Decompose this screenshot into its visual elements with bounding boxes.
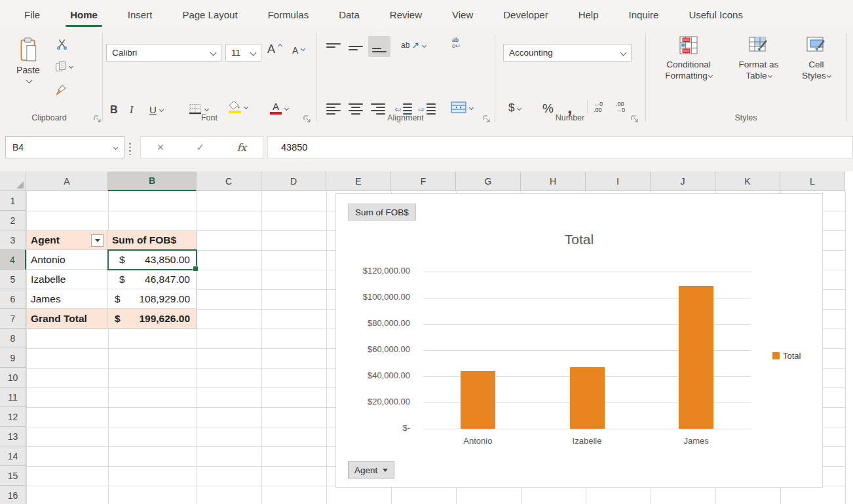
tab-useful-icons[interactable]: Useful Icons — [673, 0, 758, 29]
row-header-10[interactable]: 10 — [0, 368, 26, 387]
increase-font-size-button[interactable]: A — [267, 43, 282, 56]
alignment-dialog-launcher[interactable] — [482, 114, 491, 124]
cell-A5[interactable]: Izabelle — [26, 270, 108, 289]
column-header-G[interactable]: G — [456, 171, 521, 191]
row-header-13[interactable]: 13 — [0, 427, 26, 446]
row-header-12[interactable]: 12 — [0, 407, 26, 427]
wrap-text-button[interactable]: ab c↩ — [452, 37, 460, 49]
insert-function-button[interactable]: fx — [237, 141, 246, 154]
bottom-align-button[interactable] — [368, 36, 390, 57]
tab-formulas[interactable]: Formulas — [253, 0, 324, 29]
group-separator — [102, 33, 103, 122]
bar-Izabelle[interactable] — [570, 367, 605, 429]
row-header-1[interactable]: 1 — [0, 191, 26, 211]
row-header-8[interactable]: 8 — [0, 329, 26, 348]
column-header-H[interactable]: H — [521, 171, 586, 191]
cell-A7-grand-total[interactable]: Grand Total — [26, 309, 108, 329]
format-as-table-button[interactable]: Format as Table — [729, 36, 789, 81]
cell-B5[interactable]: $46,847.00 — [108, 270, 197, 289]
agent-filter-button[interactable] — [91, 234, 104, 247]
column-header-F[interactable]: F — [391, 171, 456, 191]
format-painter-button[interactable] — [55, 84, 67, 96]
row-header-11[interactable]: 11 — [0, 387, 26, 407]
tab-file[interactable]: File — [9, 0, 55, 29]
column-header-J[interactable]: J — [651, 171, 715, 191]
cell-B6[interactable]: $108,929.00 — [108, 289, 197, 309]
number-dialog-launcher[interactable] — [630, 114, 639, 124]
cell-B7-grand-total[interactable]: $199,626.00 — [108, 309, 197, 329]
accounting-format-button[interactable]: $ — [508, 101, 521, 115]
row-header-4[interactable]: 4 — [0, 250, 26, 270]
font-name-select[interactable]: Calibri — [106, 44, 221, 62]
cell-A6[interactable]: James — [26, 289, 108, 309]
row-header-3[interactable]: 3 — [0, 230, 26, 250]
chart-title[interactable]: Total — [336, 232, 822, 247]
cell-A4[interactable]: Antonio — [26, 250, 108, 270]
font-dialog-launcher[interactable] — [302, 114, 312, 124]
copy-icon — [55, 61, 66, 72]
formula-input[interactable]: 43850 — [267, 136, 853, 158]
column-header-A[interactable]: A — [26, 171, 108, 191]
column-header-E[interactable]: E — [326, 171, 391, 191]
tab-home[interactable]: Home — [55, 0, 113, 29]
copy-button[interactable] — [55, 61, 73, 72]
paste-dropdown-chevron[interactable] — [26, 77, 32, 84]
tab-data[interactable]: Data — [324, 0, 375, 29]
font-name-chevron — [210, 50, 217, 56]
decrease-font-size-button[interactable]: A — [292, 45, 305, 56]
cut-button[interactable] — [56, 39, 67, 50]
tab-inquire[interactable]: Inquire — [614, 0, 674, 29]
column-header-K[interactable]: K — [715, 171, 780, 191]
tab-help[interactable]: Help — [563, 0, 614, 29]
paste-button[interactable]: Paste — [9, 35, 47, 108]
tab-insert[interactable]: Insert — [113, 0, 168, 29]
decrease-decimal-button[interactable]: .00→0 — [616, 101, 625, 113]
middle-align-button[interactable] — [349, 41, 363, 53]
merge-center-button[interactable] — [451, 101, 473, 113]
enter-button[interactable]: ✓ — [196, 141, 204, 153]
row-header-16[interactable]: 16 — [0, 486, 26, 504]
column-header-C[interactable]: C — [197, 171, 261, 191]
cancel-button[interactable]: × — [157, 141, 164, 154]
cell-A3-pivot-header-agent[interactable]: Agent — [26, 230, 108, 250]
row-header-7[interactable]: 7 — [0, 309, 26, 329]
row-header-15[interactable]: 15 — [0, 466, 26, 486]
fill-color-button[interactable] — [228, 100, 248, 113]
select-all-corner[interactable] — [0, 171, 26, 191]
orientation-button[interactable]: ab ↗ — [401, 40, 426, 50]
conditional-formatting-button[interactable]: Conditional Formatting — [650, 36, 727, 81]
copy-dropdown-chevron[interactable] — [69, 64, 73, 69]
vertical-gridline — [845, 191, 846, 504]
column-header-L[interactable]: L — [780, 171, 845, 191]
row-header-6[interactable]: 6 — [0, 289, 26, 309]
number-format-select[interactable]: Accounting — [503, 44, 632, 62]
worksheet-grid[interactable]: ABCDEFGHIJKL 12345678910111213141516 Age… — [0, 171, 853, 504]
increase-decimal-button[interactable]: ←←00.00 — [594, 101, 603, 113]
name-box[interactable]: B4 — [5, 136, 124, 158]
tab-developer[interactable]: Developer — [488, 0, 563, 29]
cell-B4-selected[interactable]: $43,850.00 — [108, 250, 197, 270]
pivot-chart[interactable]: Sum of FOB$ Total Total Agent $-$20,000.… — [335, 193, 823, 488]
chart-axis-field-button[interactable]: Agent — [348, 461, 394, 478]
chart-legend[interactable]: Total — [772, 351, 801, 361]
row-header-9[interactable]: 9 — [0, 348, 26, 368]
row-header-14[interactable]: 14 — [0, 446, 26, 466]
chart-value-field-button[interactable]: Sum of FOB$ — [348, 204, 416, 221]
column-header-D[interactable]: D — [261, 171, 326, 191]
font-size-select[interactable]: 11 — [225, 44, 261, 62]
tab-review[interactable]: Review — [375, 0, 437, 29]
row-header-5[interactable]: 5 — [0, 270, 26, 289]
column-header-I[interactable]: I — [586, 171, 651, 191]
clipboard-dialog-launcher[interactable] — [92, 114, 102, 124]
cell-B3-pivot-header-value[interactable]: Sum of FOB$ — [108, 230, 197, 250]
font-color-button[interactable]: A — [270, 101, 288, 115]
tab-view[interactable]: View — [437, 0, 488, 29]
column-header-B[interactable]: B — [108, 171, 197, 191]
row-header-2[interactable]: 2 — [0, 211, 26, 230]
bar-Antonio[interactable] — [461, 371, 495, 429]
tab-page-layout[interactable]: Page Layout — [167, 0, 252, 29]
formula-bar-resize-handle[interactable] — [129, 143, 131, 155]
bar-James[interactable] — [679, 286, 713, 429]
top-align-button[interactable] — [326, 41, 341, 53]
cell-styles-button[interactable]: Cell Styles — [789, 36, 844, 81]
